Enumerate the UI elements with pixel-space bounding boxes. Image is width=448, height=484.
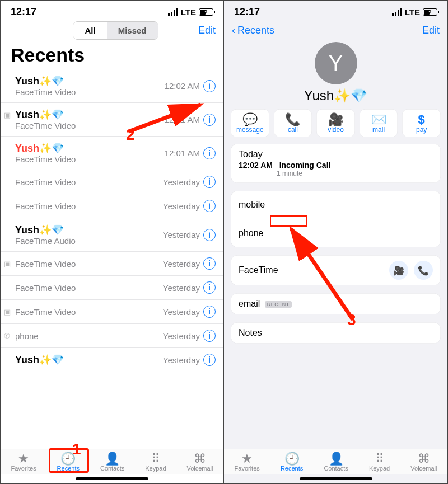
phone-out-icon: ✆ xyxy=(4,332,10,340)
phone-field[interactable]: phone xyxy=(239,225,433,242)
call-time: Yesterday xyxy=(163,331,200,341)
call-name: Yush✨💎 xyxy=(15,109,165,121)
star-icon: ★ xyxy=(235,453,260,465)
recents-row[interactable]: FaceTime VideoYesterdayi xyxy=(1,276,223,300)
info-button[interactable]: i xyxy=(203,281,216,294)
call-time: 12:01 AM xyxy=(165,115,200,124)
tab-contacts[interactable]: 👤Contacts xyxy=(100,453,124,472)
call-history-card: Today 12:02 AM Incoming Call 1 minute xyxy=(231,144,441,183)
call-sub: FaceTime Video xyxy=(15,307,163,317)
facetime-label: FaceTime xyxy=(239,262,278,279)
video-icon: 🎥 xyxy=(316,114,355,126)
today-header: Today xyxy=(239,149,433,159)
video-in-icon: ▣ xyxy=(4,308,11,316)
facetime-audio-button[interactable]: 📞 xyxy=(414,261,433,280)
call-sub: FaceTime Video xyxy=(15,177,163,187)
page-title: Recents xyxy=(1,40,223,69)
tab-voicemail[interactable]: ⌘Voicemail xyxy=(186,453,213,472)
call-time: Yesterday xyxy=(163,230,200,239)
notes-card[interactable]: Notes xyxy=(231,322,441,344)
call-time: Yesterday xyxy=(163,177,200,187)
info-button[interactable]: i xyxy=(203,257,216,270)
numbers-card: mobile phone xyxy=(231,191,441,247)
recents-row[interactable]: FaceTime VideoYesterdayi xyxy=(1,194,223,218)
status-time: 12:17 xyxy=(11,6,36,18)
info-button[interactable]: i xyxy=(203,147,216,159)
call-time: Yesterday xyxy=(163,283,200,293)
recents-row[interactable]: Yush✨💎FaceTime Video12:02 AMi xyxy=(1,69,223,103)
call-duration: 1 minute xyxy=(239,170,433,177)
recents-row[interactable]: ▣FaceTime VideoYesterdayi xyxy=(1,252,223,276)
star-icon: ★ xyxy=(11,453,36,465)
info-button[interactable]: i xyxy=(203,176,216,188)
action-video[interactable]: 🎥video xyxy=(316,109,355,137)
info-button[interactable]: i xyxy=(203,200,216,212)
home-indicator xyxy=(300,477,372,480)
avatar: Y xyxy=(315,42,357,84)
call-sub: phone xyxy=(15,331,163,341)
signal-icon xyxy=(168,8,178,16)
info-button[interactable]: i xyxy=(203,330,216,342)
mobile-field[interactable]: mobile xyxy=(239,196,433,213)
pay-icon: $ xyxy=(402,114,441,126)
battery-icon: 4 xyxy=(199,8,213,16)
call-sub: FaceTime Audio xyxy=(15,236,163,246)
segmented-control[interactable]: All Missed xyxy=(73,21,158,40)
recents-row[interactable]: ✆phoneYesterdayi xyxy=(1,324,223,348)
tab-recents[interactable]: 🕘Recents xyxy=(281,453,303,472)
info-button[interactable]: i xyxy=(203,306,216,318)
mail-icon: ✉️ xyxy=(360,114,398,126)
contact-name: Yush✨💎 xyxy=(224,88,447,109)
call-time: Yesterday xyxy=(163,201,200,211)
carrier-label: LTE xyxy=(405,7,420,17)
call-sub: FaceTime Video xyxy=(15,283,163,293)
home-indicator xyxy=(76,477,148,480)
recents-row[interactable]: Yush✨💎FaceTime AudioYesterdayi xyxy=(1,218,223,252)
action-call[interactable]: 📞call xyxy=(274,109,312,137)
battery-icon: 4 xyxy=(423,8,437,16)
recents-row[interactable]: FaceTime VideoYesterdayi xyxy=(1,170,223,194)
call-type: Incoming Call xyxy=(279,161,331,170)
annotation-1: 1 xyxy=(72,440,81,458)
carrier-label: LTE xyxy=(181,7,196,17)
keypad-icon: ⠿ xyxy=(145,453,166,465)
edit-button[interactable]: Edit xyxy=(422,25,440,36)
segment-all[interactable]: All xyxy=(73,22,106,39)
call-sub: FaceTime Video xyxy=(15,154,165,164)
tab-keypad[interactable]: ⠿Keypad xyxy=(145,453,166,472)
info-button[interactable]: i xyxy=(203,114,216,126)
call-sub: FaceTime Video xyxy=(15,259,163,269)
tab-bar: ★Favorites 🕘Recents 👤Contacts ⠿Keypad ⌘V… xyxy=(1,449,223,474)
info-button[interactable]: i xyxy=(203,80,216,92)
tab-favorites[interactable]: ★Favorites xyxy=(235,453,260,472)
call-name: Yush✨💎 xyxy=(15,224,163,236)
recents-row[interactable]: Yush✨💎Yesterdayi xyxy=(1,348,223,372)
status-time: 12:17 xyxy=(234,6,260,18)
action-message[interactable]: 💬message xyxy=(231,109,269,137)
recents-row[interactable]: ▣FaceTime VideoYesterdayi xyxy=(1,300,223,324)
recent-badge: RECENT xyxy=(265,301,292,308)
edit-button[interactable]: Edit xyxy=(198,25,216,36)
chevron-left-icon: ‹ xyxy=(232,25,235,36)
back-button[interactable]: ‹ Recents xyxy=(232,25,274,36)
facetime-video-button[interactable]: 🎥 xyxy=(389,261,408,280)
action-pay[interactable]: $pay xyxy=(402,109,441,137)
info-button[interactable]: i xyxy=(203,229,216,241)
recents-row[interactable]: Yush✨💎FaceTime Video12:01 AMi xyxy=(1,137,223,170)
call-sub: FaceTime Video xyxy=(15,87,165,97)
tab-voicemail[interactable]: ⌘Voicemail xyxy=(410,453,437,472)
email-card[interactable]: email RECENT xyxy=(231,293,441,314)
action-mail[interactable]: ✉️mail xyxy=(360,109,398,137)
recents-row[interactable]: ▣Yush✨💎FaceTime Video12:01 AMi xyxy=(1,103,223,137)
call-time: Yesterday xyxy=(163,307,200,317)
segment-missed[interactable]: Missed xyxy=(107,22,158,39)
tab-contacts[interactable]: 👤Contacts xyxy=(324,453,348,472)
call-time: 12:02 AM xyxy=(239,161,273,170)
call-time: 12:01 AM xyxy=(165,148,200,158)
tab-favorites[interactable]: ★Favorites xyxy=(11,453,36,472)
info-button[interactable]: i xyxy=(203,354,216,366)
voicemail-icon: ⌘ xyxy=(410,453,437,465)
tab-keypad[interactable]: ⠿Keypad xyxy=(369,453,390,472)
status-bar: 12:17 LTE 4 xyxy=(1,1,223,21)
facetime-card: FaceTime 🎥 📞 xyxy=(231,255,441,285)
